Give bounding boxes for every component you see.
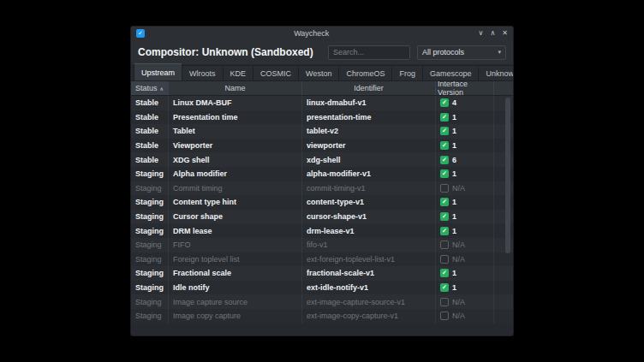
checked-checkbox-icon: ✓ — [440, 127, 449, 135]
version-cell: N/A — [436, 181, 494, 196]
vertical-scrollbar[interactable] — [505, 98, 510, 333]
identifier-cell: fractional-scale-v1 — [302, 266, 436, 281]
column-header-identifier[interactable]: Identifier — [302, 81, 436, 95]
identifier-cell: cursor-shape-v1 — [302, 210, 436, 224]
version-value: N/A — [452, 184, 465, 193]
waycheck-window: ✓ Waycheck ∨ ∧ ✕ Compositor: Unknown (Sa… — [130, 26, 514, 336]
table-row[interactable]: StagingFractional scalefractional-scale-… — [131, 266, 513, 281]
version-cell: N/A — [436, 309, 494, 323]
version-value: N/A — [452, 240, 465, 249]
name-cell: Foreign toplevel list — [169, 252, 302, 267]
status-cell: Staging — [131, 281, 169, 295]
table-row[interactable]: StagingCommit timingcommit-timing-v1N/A — [131, 181, 513, 196]
name-cell: Commit timing — [169, 181, 302, 196]
version-value: N/A — [452, 298, 465, 306]
table-row[interactable]: StagingIdle notifyext-idle-notify-v1✓1 — [131, 281, 513, 295]
name-cell: XDG shell — [169, 152, 302, 167]
name-cell: Linux DMA-BUF — [169, 96, 302, 110]
sort-ascending-icon: ∧ — [160, 86, 164, 92]
search-input[interactable] — [328, 45, 410, 60]
version-cell: ✓1 — [436, 139, 494, 153]
version-value: 1 — [452, 169, 456, 178]
table-row[interactable]: StagingImage capture sourceext-image-cap… — [131, 294, 513, 309]
tab-kde[interactable]: KDE — [224, 65, 254, 80]
tab-frog[interactable]: Frog — [392, 65, 423, 80]
version-value: 1 — [452, 127, 456, 135]
status-cell: Staging — [131, 238, 169, 252]
identifier-cell: xdg-shell — [302, 152, 436, 167]
table-row[interactable]: StagingAlpha modifieralpha-modifier-v1✓1 — [131, 167, 513, 181]
status-cell: Stable — [131, 124, 169, 139]
tab-weston[interactable]: Weston — [299, 65, 339, 80]
version-cell: ✓1 — [436, 281, 494, 295]
identifier-cell: drm-lease-v1 — [302, 223, 436, 238]
identifier-cell: ext-idle-notify-v1 — [302, 281, 436, 295]
version-cell: ✓1 — [436, 210, 494, 224]
table-row[interactable]: StableLinux DMA-BUFlinux-dmabuf-v1✓4 — [131, 96, 513, 110]
checked-checkbox-icon: ✓ — [440, 169, 449, 178]
name-cell: Presentation time — [169, 110, 302, 125]
close-button[interactable]: ✕ — [502, 27, 508, 40]
version-value: 1 — [452, 269, 456, 277]
table-row[interactable]: StagingImage copy captureext-image-copy-… — [131, 309, 513, 323]
table-row[interactable]: StableViewporterviewporter✓1 — [131, 139, 513, 153]
name-cell: Alpha modifier — [169, 167, 302, 181]
unchecked-checkbox-icon — [440, 255, 449, 264]
status-cell: Staging — [131, 181, 169, 196]
status-cell: Staging — [131, 210, 169, 224]
identifier-cell: linux-dmabuf-v1 — [302, 96, 436, 110]
version-value: N/A — [452, 255, 465, 264]
version-value: N/A — [452, 312, 465, 320]
status-cell: Staging — [131, 195, 169, 210]
tab-wlroots[interactable]: Wlroots — [182, 65, 224, 80]
toolbar: Compositor: Unknown (Sandboxed) All prot… — [131, 40, 513, 64]
protocol-table: Status ∧ Name Identifier Interface Versi… — [131, 81, 513, 335]
version-cell: ✓1 — [436, 223, 494, 238]
titlebar[interactable]: ✓ Waycheck ∨ ∧ ✕ — [131, 27, 513, 40]
checked-checkbox-icon: ✓ — [440, 227, 449, 235]
column-header-status-label: Status — [135, 84, 158, 92]
status-cell: Stable — [131, 110, 169, 125]
status-cell: Staging — [131, 309, 169, 323]
name-cell: Cursor shape — [169, 210, 302, 224]
table-row[interactable]: StableXDG shellxdg-shell✓6 — [131, 152, 513, 167]
name-cell: Image capture source — [169, 294, 302, 309]
checked-checkbox-icon: ✓ — [440, 269, 449, 277]
status-cell: Stable — [131, 96, 169, 110]
maximize-button[interactable]: ∧ — [490, 27, 495, 40]
tab-unknown[interactable]: Unknown — [479, 65, 514, 80]
table-row[interactable]: StablePresentation timepresentation-time… — [131, 110, 513, 125]
table-row[interactable]: StagingForeign toplevel listext-foreign-… — [131, 252, 513, 267]
compositor-label: Compositor: Unknown (Sandboxed) — [138, 46, 321, 58]
status-cell: Staging — [131, 266, 169, 281]
column-header-interface-version[interactable]: Interface Version — [436, 81, 494, 95]
tab-cosmic[interactable]: COSMIC — [253, 65, 299, 80]
minimize-button[interactable]: ∨ — [479, 27, 484, 40]
version-cell: ✓1 — [436, 110, 494, 125]
scrollbar-thumb[interactable] — [505, 98, 510, 253]
status-cell: Stable — [131, 152, 169, 167]
checked-checkbox-icon: ✓ — [440, 141, 449, 150]
table-row[interactable]: StagingFIFOfifo-v1N/A — [131, 238, 513, 252]
column-header-status[interactable]: Status ∧ — [131, 81, 169, 95]
column-header-identifier-label: Identifier — [354, 84, 384, 92]
table-row[interactable]: StagingContent type hintcontent-type-v1✓… — [131, 195, 513, 210]
identifier-cell: alpha-modifier-v1 — [302, 167, 436, 181]
version-value: 4 — [452, 98, 456, 107]
name-cell: DRM lease — [169, 223, 302, 238]
table-row[interactable]: StagingCursor shapecursor-shape-v1✓1 — [131, 210, 513, 224]
tab-chromeos[interactable]: ChromeOS — [339, 65, 392, 80]
name-cell: Image copy capture — [169, 309, 302, 323]
tab-gamescope[interactable]: Gamescope — [423, 65, 480, 80]
protocol-filter-dropdown[interactable]: All protocols ▾ — [417, 45, 506, 60]
table-row[interactable]: StableTablettablet-v2✓1 — [131, 124, 513, 139]
tab-upstream[interactable]: Upstream — [134, 63, 182, 80]
app-check-icon: ✓ — [138, 29, 143, 38]
column-header-name[interactable]: Name — [169, 81, 302, 95]
version-value: 6 — [452, 156, 456, 164]
version-value: 1 — [452, 227, 456, 235]
table-row[interactable]: StagingDRM leasedrm-lease-v1✓1 — [131, 223, 513, 238]
table-header: Status ∧ Name Identifier Interface Versi… — [131, 81, 513, 96]
identifier-cell: fifo-v1 — [302, 238, 436, 252]
table-body: StableLinux DMA-BUFlinux-dmabuf-v1✓4Stab… — [131, 96, 513, 335]
